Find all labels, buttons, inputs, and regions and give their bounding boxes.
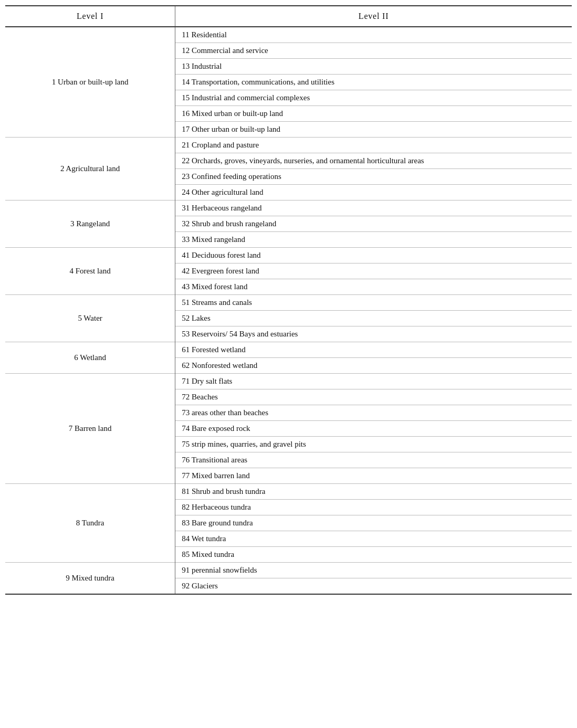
level2-cell: 82 Herbaceous tundra xyxy=(175,500,572,515)
level2-cell: 81 Shrub and brush tundra xyxy=(175,484,572,500)
level1-cell: 9 Mixed tundra xyxy=(5,563,175,595)
level2-cell: 76 Transitional areas xyxy=(175,452,572,468)
level2-cell: 13 Industrial xyxy=(175,59,572,75)
main-container: Level I Level II 1 Urban or built-up lan… xyxy=(0,0,577,600)
level2-cell: 32 Shrub and brush rangeland xyxy=(175,216,572,232)
level2-cell: 24 Other agricultural land xyxy=(175,185,572,201)
level1-cell: 1 Urban or built-up land xyxy=(5,27,175,138)
level1-cell: 8 Tundra xyxy=(5,484,175,563)
table-row: 5 Water51 Streams and canals xyxy=(5,295,572,311)
level2-cell: 43 Mixed forest land xyxy=(175,279,572,295)
level2-cell: 16 Mixed urban or built-up land xyxy=(175,106,572,122)
table-row: 6 Wetland61 Forested wetland xyxy=(5,342,572,358)
level2-cell: 73 areas other than beaches xyxy=(175,405,572,421)
table-row: 8 Tundra81 Shrub and brush tundra xyxy=(5,484,572,500)
level2-cell: 83 Bare ground tundra xyxy=(175,515,572,531)
level2-cell: 42 Evergreen forest land xyxy=(175,263,572,279)
level2-cell: 62 Nonforested wetland xyxy=(175,358,572,374)
table-row: 1 Urban or built-up land11 Residential xyxy=(5,27,572,43)
level2-cell: 74 Bare exposed rock xyxy=(175,421,572,437)
classification-table: Level I Level II 1 Urban or built-up lan… xyxy=(5,5,572,595)
header-level1: Level I xyxy=(5,6,175,27)
level1-cell: 3 Rangeland xyxy=(5,201,175,248)
table-row: 2 Agricultural land21 Cropland and pastu… xyxy=(5,138,572,153)
level1-cell: 5 Water xyxy=(5,295,175,342)
table-row: 9 Mixed tundra91 perennial snowfields xyxy=(5,563,572,578)
level1-cell: 6 Wetland xyxy=(5,342,175,374)
level2-cell: 31 Herbaceous rangeland xyxy=(175,201,572,216)
level2-cell: 14 Transportation, communications, and u… xyxy=(175,75,572,90)
table-row: 3 Rangeland31 Herbaceous rangeland xyxy=(5,201,572,216)
table-row: 4 Forest land41 Deciduous forest land xyxy=(5,248,572,263)
level2-cell: 85 Mixed tundra xyxy=(175,547,572,563)
level2-cell: 84 Wet tundra xyxy=(175,531,572,547)
level2-cell: 12 Commercial and service xyxy=(175,43,572,59)
level2-cell: 17 Other urban or built-up land xyxy=(175,122,572,138)
level2-cell: 92 Glaciers xyxy=(175,578,572,595)
level2-cell: 71 Dry salt flats xyxy=(175,374,572,389)
level2-cell: 72 Beaches xyxy=(175,389,572,405)
table-row: 7 Barren land71 Dry salt flats xyxy=(5,374,572,389)
level1-cell: 4 Forest land xyxy=(5,248,175,295)
level2-cell: 41 Deciduous forest land xyxy=(175,248,572,263)
level2-cell: 23 Confined feeding operations xyxy=(175,169,572,185)
level2-cell: 21 Cropland and pasture xyxy=(175,138,572,153)
level2-cell: 77 Mixed barren land xyxy=(175,468,572,484)
level2-cell: 33 Mixed rangeland xyxy=(175,232,572,248)
level1-cell: 7 Barren land xyxy=(5,374,175,484)
level2-cell: 15 Industrial and commercial complexes xyxy=(175,90,572,106)
level2-cell: 75 strip mines, quarries, and gravel pit… xyxy=(175,437,572,452)
level2-cell: 52 Lakes xyxy=(175,311,572,326)
level2-cell: 91 perennial snowfields xyxy=(175,563,572,578)
level2-cell: 51 Streams and canals xyxy=(175,295,572,311)
header-level2: Level II xyxy=(175,6,572,27)
level2-cell: 11 Residential xyxy=(175,27,572,43)
level1-cell: 2 Agricultural land xyxy=(5,138,175,201)
level2-cell: 22 Orchards, groves, vineyards, nurserie… xyxy=(175,153,572,169)
level2-cell: 61 Forested wetland xyxy=(175,342,572,358)
level2-cell: 53 Reservoirs/ 54 Bays and estuaries xyxy=(175,326,572,342)
